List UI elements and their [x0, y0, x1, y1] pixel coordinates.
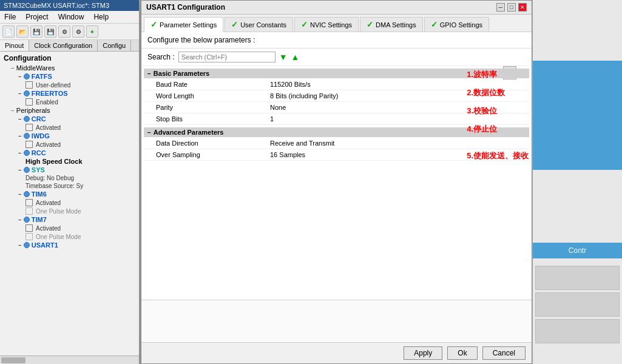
expand-peripherals-icon[interactable]: −	[11, 107, 15, 114]
tree-rcc-hsc: High Speed Clock	[1, 157, 138, 166]
tree-iwdg[interactable]: − IWDG	[1, 132, 138, 140]
parity-value[interactable]: None	[265, 102, 529, 113]
word-length-label: Word Length	[144, 90, 265, 102]
tree-tim7[interactable]: − TIM7	[1, 215, 138, 224]
word-length-value[interactable]: 8 Bits (including Parity)	[265, 90, 529, 102]
table-row: Word Length 8 Bits (including Parity)	[144, 90, 529, 102]
close-button[interactable]: ✕	[518, 3, 527, 12]
search-input[interactable]	[178, 52, 276, 62]
tree-crc-activated[interactable]: Activated	[1, 123, 138, 132]
checkbox-userdefined[interactable]	[25, 81, 33, 89]
basic-params-toggle[interactable]: −	[147, 70, 151, 77]
cancel-button[interactable]: Cancel	[482, 346, 526, 360]
stop-bits-value[interactable]: 1	[265, 113, 529, 125]
tree-tim7-activated[interactable]: Activated	[1, 224, 138, 232]
check-icon-nvic: ✓	[301, 20, 308, 29]
menu-help[interactable]: Help	[92, 12, 110, 22]
checkbox-crc-activated[interactable]	[25, 124, 33, 131]
right-panel: Contr	[532, 0, 622, 364]
tree-tim6-opm[interactable]: One Pulse Mode	[1, 207, 138, 215]
ide-window: STM32CubeMX USART.ioc*: STM3 File Projec…	[0, 0, 140, 364]
toolbar-plus[interactable]: +	[86, 25, 98, 38]
checkbox-tim6-activated[interactable]	[25, 199, 33, 206]
circle-usart1	[24, 242, 30, 248]
circle-iwdg	[24, 133, 30, 139]
toolbar-btn6[interactable]: ⚙	[72, 25, 84, 38]
checkbox-tim7-activated[interactable]	[25, 224, 33, 232]
tree-sys-debug: Debug: No Debug	[1, 174, 138, 182]
checkbox-tim6-opm[interactable]	[25, 207, 33, 215]
ok-button[interactable]: Ok	[447, 346, 477, 360]
toolbar-open[interactable]: 📂	[16, 25, 29, 38]
scroll-thumb[interactable]	[1, 357, 25, 363]
menu-project[interactable]: Project	[24, 12, 50, 22]
tab-user-constants[interactable]: ✓ User Constants	[225, 17, 293, 32]
circle-freertos	[24, 90, 30, 96]
apply-button[interactable]: Apply	[404, 346, 442, 360]
tree-fatfs[interactable]: − FATFS	[1, 72, 138, 81]
dialog-title: USART1 Configuration	[146, 3, 225, 12]
tree-tim6[interactable]: − TIM6	[1, 190, 138, 198]
dialog-controls: ─ □ ✕	[496, 3, 527, 12]
toolbar-btn5[interactable]: ⚙	[58, 25, 70, 38]
menu-window[interactable]: Window	[56, 12, 86, 22]
tree-freertos-enabled[interactable]: Enabled	[1, 98, 138, 106]
tab-clock[interactable]: Clock Configuration	[29, 40, 98, 51]
table-row: Stop Bits 1	[144, 113, 529, 125]
tree-freertos[interactable]: − FREERTOS	[1, 89, 138, 98]
tree-tim7-opm[interactable]: One Pulse Mode	[1, 232, 138, 241]
baud-rate-label: Baud Rate	[144, 79, 265, 90]
baud-rate-value[interactable]: 115200 Bits/s	[265, 79, 529, 90]
data-direction-value[interactable]: Receive and Transmit	[265, 138, 529, 149]
tab-dma-settings[interactable]: ✓ DMA Settings	[360, 17, 423, 32]
tab-config[interactable]: Configu	[98, 40, 131, 51]
checkbox-iwdg-activated[interactable]	[25, 141, 33, 148]
toolbar-new[interactable]: 📄	[2, 25, 15, 38]
right-box-1	[535, 266, 620, 290]
dialog-titlebar: USART1 Configuration ─ □ ✕	[141, 1, 532, 15]
circle-tim7	[24, 217, 30, 223]
table-row: Parity None	[144, 102, 529, 113]
search-down-arrow[interactable]: ▼	[279, 52, 288, 62]
tree-usart1[interactable]: − USART1	[1, 241, 138, 249]
minimize-button[interactable]: ─	[496, 3, 505, 12]
advanced-params-toggle[interactable]: −	[147, 129, 151, 136]
expand-icon[interactable]: −	[11, 65, 15, 72]
stop-bits-label: Stop Bits	[144, 113, 265, 125]
dialog-footer: Apply Ok Cancel	[141, 342, 532, 363]
tab-pinout[interactable]: Pinout	[0, 40, 29, 51]
circle-rcc	[24, 150, 30, 156]
checkbox-freertos-enabled[interactable]	[25, 98, 33, 106]
check-icon-gpio: ✓	[431, 20, 438, 29]
basic-params-table: Baud Rate 115200 Bits/s Word Length 8 Bi…	[144, 79, 529, 125]
checkbox-tim7-opm[interactable]	[25, 233, 33, 240]
check-icon-dma: ✓	[367, 20, 373, 29]
ide-titlebar: STM32CubeMX USART.ioc*: STM3	[0, 0, 139, 11]
horizontal-scrollbar[interactable]	[0, 356, 139, 364]
tab-gpio-settings[interactable]: ✓ GPIO Settings	[424, 17, 489, 32]
config-description: Configure the below parameters :	[141, 32, 532, 49]
search-row: Search : ▼ ▲ ⊞	[141, 49, 532, 66]
ide-menubar: File Project Window Help	[0, 11, 139, 24]
tree-crc[interactable]: − CRC	[1, 115, 138, 123]
right-box-2	[535, 292, 620, 317]
tree-fatfs-userdefined[interactable]: User-defined	[1, 81, 138, 89]
bottom-text-area	[141, 300, 532, 342]
tree-iwdg-activated[interactable]: Activated	[1, 140, 138, 149]
right-box-3	[535, 319, 620, 343]
tree-sys[interactable]: − SYS	[1, 166, 138, 174]
search-up-arrow[interactable]: ▲	[291, 52, 300, 62]
over-sampling-value[interactable]: 16 Samples	[265, 149, 529, 161]
tree-rcc[interactable]: − RCC	[1, 149, 138, 157]
check-icon-params: ✓	[150, 20, 157, 29]
tab-nvic-settings[interactable]: ✓ NVIC Settings	[294, 17, 359, 32]
menu-file[interactable]: File	[2, 12, 18, 22]
circle-sys	[24, 167, 30, 173]
toolbar-save2[interactable]: 💾	[44, 25, 56, 38]
contr-button[interactable]: Contr	[533, 243, 622, 258]
toolbar-save[interactable]: 💾	[30, 25, 42, 38]
maximize-button[interactable]: □	[507, 3, 516, 12]
tree-tim6-activated[interactable]: Activated	[1, 198, 138, 207]
tab-parameter-settings[interactable]: ✓ Parameter Settings	[144, 17, 223, 32]
circle-tim6	[24, 191, 30, 197]
